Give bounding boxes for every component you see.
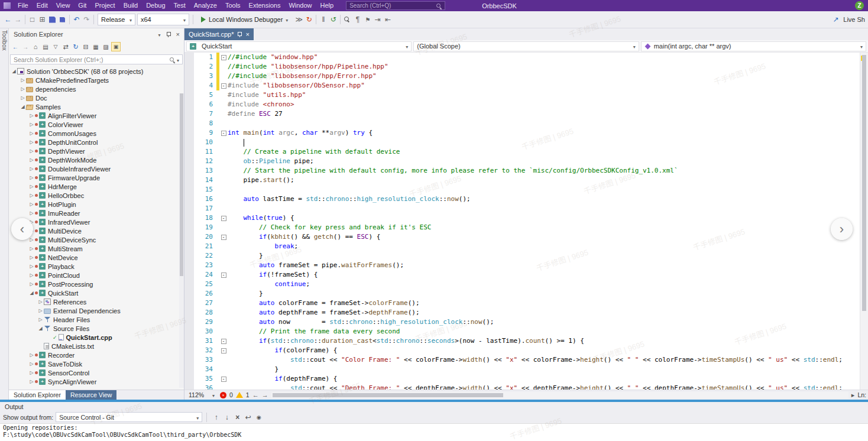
live-share-button[interactable]: Live Sh bbox=[831, 15, 865, 25]
breakpoint-margin[interactable] bbox=[184, 166, 194, 176]
tree-item-helloorbbec[interactable]: HelloOrbbec bbox=[9, 191, 184, 200]
code-text[interactable]: pipe.start(); bbox=[228, 176, 860, 185]
prev-issue-icon[interactable]: ← bbox=[252, 391, 259, 398]
breakpoint-margin[interactable] bbox=[184, 355, 194, 365]
tree-item-recorder[interactable]: Recorder bbox=[9, 351, 184, 359]
expand-arrow-icon[interactable] bbox=[28, 122, 35, 127]
expand-arrow-icon[interactable] bbox=[28, 273, 35, 278]
code-text[interactable]: std::cout << "Depth Frame: " << depthFra… bbox=[228, 384, 860, 390]
tree-item-multistream[interactable]: MultiStream bbox=[9, 244, 184, 253]
breakpoint-margin[interactable] bbox=[184, 251, 194, 261]
scope-dropdown[interactable]: (Global Scope) bbox=[413, 41, 639, 51]
tree-item-imureader[interactable]: ImuReader bbox=[9, 209, 184, 218]
expand-arrow-icon[interactable] bbox=[28, 166, 35, 171]
tree-item-samples[interactable]: Samples bbox=[9, 102, 184, 111]
code-editor[interactable]: 1-//#include "window.hpp"2//#include "li… bbox=[184, 53, 868, 390]
breakpoint-margin[interactable] bbox=[184, 128, 194, 138]
breakpoint-margin[interactable] bbox=[184, 374, 194, 384]
pin-output-icon[interactable] bbox=[254, 412, 264, 422]
breakpoint-margin[interactable] bbox=[184, 232, 194, 242]
tree-item-depthviewer[interactable]: DepthViewer bbox=[9, 147, 184, 155]
tree-item-multidevicesync[interactable]: MultiDeviceSync bbox=[9, 235, 184, 244]
breakpoint-margin[interactable] bbox=[184, 223, 194, 232]
tree-item-doc[interactable]: Doc bbox=[9, 93, 184, 102]
tree-item-infraredviewer[interactable]: InfraredViewer bbox=[9, 218, 184, 226]
zoom-dropdown[interactable]: 112% bbox=[186, 391, 217, 400]
expand-arrow-icon[interactable] bbox=[28, 184, 35, 189]
tree-item-savetodisk[interactable]: SaveToDisk bbox=[9, 359, 184, 368]
tree-item-sensorcontrol[interactable]: SensorControl bbox=[9, 368, 184, 377]
collapse-all-icon[interactable] bbox=[81, 42, 90, 51]
tab-resource-view[interactable]: Resource View bbox=[66, 390, 116, 400]
toolbox-tab[interactable]: Toolbox bbox=[0, 28, 9, 400]
tree-item-hotplugin[interactable]: HotPlugin bbox=[9, 200, 184, 209]
tree-item-doubleinfraredviewer[interactable]: DoubleInfraredViewer bbox=[9, 164, 184, 173]
menu-item-git[interactable]: Git bbox=[74, 0, 90, 11]
navigate-forward-icon[interactable] bbox=[13, 15, 23, 25]
refresh-icon[interactable] bbox=[71, 42, 80, 51]
output-content[interactable]: Opening repositories:F:\study\code\OBUvc… bbox=[0, 423, 868, 441]
collapse-box-icon[interactable]: - bbox=[221, 339, 226, 344]
expand-arrow-icon[interactable] bbox=[20, 77, 26, 83]
code-text[interactable]: #include "utils.hpp" bbox=[228, 90, 860, 100]
pin-icon[interactable] bbox=[237, 31, 242, 38]
page-next-button[interactable] bbox=[831, 218, 853, 240]
scroll-right-icon[interactable]: ▸ bbox=[851, 391, 855, 399]
menu-item-edit[interactable]: Edit bbox=[33, 0, 52, 11]
pin-icon[interactable] bbox=[166, 31, 171, 38]
next-issue-icon[interactable]: → bbox=[262, 391, 268, 398]
tree-item-firmwareupgrade[interactable]: FirmwareUpgrade bbox=[9, 173, 184, 182]
code-text[interactable]: while(true) { bbox=[228, 213, 860, 223]
breakpoint-margin[interactable] bbox=[184, 109, 194, 119]
sync-active-icon[interactable] bbox=[61, 42, 70, 51]
scrollbar-thumb[interactable] bbox=[273, 393, 503, 397]
msg-next-icon[interactable] bbox=[222, 412, 232, 422]
breakpoint-margin[interactable] bbox=[184, 299, 194, 308]
code-text[interactable]: //#include "libobsensor/hpp/Pipeline.hpp… bbox=[228, 62, 860, 72]
tree-item-multidevice[interactable]: MultiDevice bbox=[9, 226, 184, 235]
breakpoint-margin[interactable] bbox=[184, 100, 194, 109]
breakpoint-margin[interactable] bbox=[184, 213, 194, 223]
attach-icon[interactable] bbox=[294, 15, 304, 25]
expand-arrow-icon[interactable] bbox=[28, 157, 35, 163]
tab-solution-explorer[interactable]: Solution Explorer bbox=[9, 390, 66, 400]
collapse-box-icon[interactable]: - bbox=[221, 216, 226, 221]
code-text[interactable] bbox=[228, 185, 860, 194]
breakpoint-margin[interactable] bbox=[184, 53, 194, 62]
tree-item-references[interactable]: References bbox=[9, 297, 184, 306]
code-text[interactable]: if(colorFrame) { bbox=[228, 346, 860, 355]
expand-arrow-icon[interactable] bbox=[28, 255, 35, 260]
menu-item-extensions[interactable]: Extensions bbox=[245, 0, 285, 11]
solution-explorer-header[interactable]: Solution Explorer bbox=[9, 28, 184, 40]
se-forward-icon[interactable] bbox=[21, 42, 30, 51]
code-text[interactable] bbox=[228, 204, 860, 213]
code-text[interactable]: ob::Pipeline pipe; bbox=[228, 157, 860, 166]
tree-item-netdevice[interactable]: NetDevice bbox=[9, 253, 184, 262]
tree-item-colorviewer[interactable]: ColorViewer bbox=[9, 120, 184, 129]
scrollbar-thumb[interactable] bbox=[862, 55, 866, 311]
expand-arrow-icon[interactable] bbox=[28, 352, 35, 358]
configuration-dropdown[interactable]: Release bbox=[98, 14, 135, 25]
collapse-arrow-icon[interactable] bbox=[20, 104, 26, 109]
solution-search-box[interactable]: Search Solution Explorer (Ctrl+;) bbox=[10, 54, 183, 64]
expand-arrow-icon[interactable] bbox=[28, 210, 35, 216]
tree-item-quickstart-cpp[interactable]: ✓QuickStart.cpp bbox=[9, 333, 184, 342]
menu-item-build[interactable]: Build bbox=[119, 0, 142, 11]
code-text[interactable]: if(!frameSet) { bbox=[228, 270, 860, 280]
code-text[interactable]: #include "libobsensor/ObSensor.hpp" bbox=[228, 81, 860, 90]
breakpoint-margin[interactable] bbox=[184, 157, 194, 166]
collapse-box-icon[interactable]: - bbox=[221, 83, 226, 89]
tree-item-postprocessing[interactable]: PostProcessing bbox=[9, 280, 184, 288]
editor-horizontal-scrollbar[interactable] bbox=[271, 392, 848, 398]
code-text[interactable]: } bbox=[228, 251, 860, 261]
breakpoint-margin[interactable] bbox=[184, 62, 194, 72]
expand-arrow-icon[interactable] bbox=[28, 193, 35, 198]
menu-item-help[interactable]: Help bbox=[316, 0, 338, 11]
collapse-arrow-icon[interactable] bbox=[11, 69, 17, 74]
code-text[interactable]: // Check for key press and break if it's… bbox=[228, 223, 860, 232]
collapse-arrow-icon[interactable] bbox=[28, 290, 35, 296]
expand-arrow-icon[interactable] bbox=[28, 379, 35, 384]
code-text[interactable]: // Print the frame data every second bbox=[228, 327, 860, 336]
code-text[interactable]: auto frameSet = pipe.waitForFrames(); bbox=[228, 261, 860, 270]
code-text[interactable]: continue; bbox=[228, 280, 860, 289]
